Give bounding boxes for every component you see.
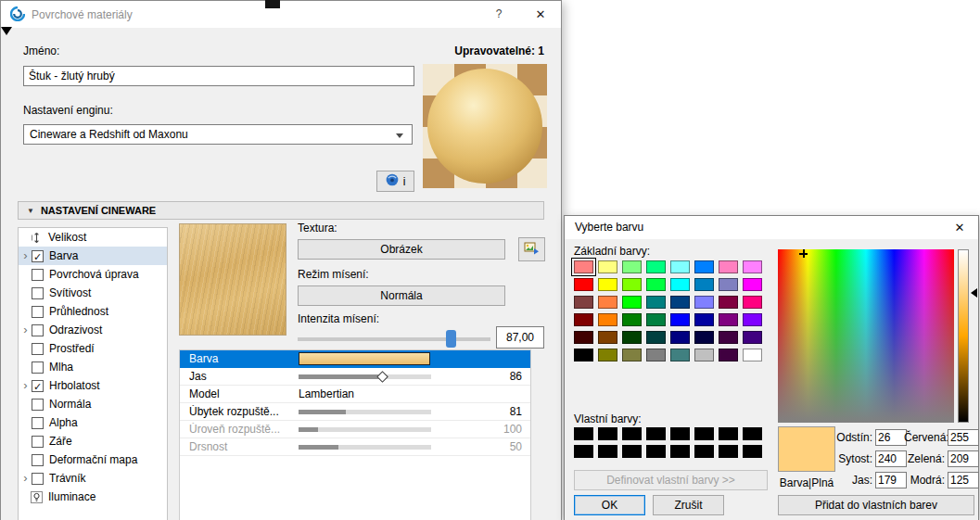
basic-color-swatch[interactable] (646, 296, 666, 309)
custom-color-swatch[interactable] (622, 445, 642, 458)
basic-color-swatch[interactable] (574, 260, 593, 273)
custom-color-swatch[interactable] (598, 427, 617, 440)
checkbox-barva[interactable]: ✓ (32, 250, 44, 262)
ok-button[interactable]: OK (574, 495, 645, 515)
basic-color-swatch[interactable] (574, 331, 593, 344)
custom-color-swatch[interactable] (598, 445, 617, 458)
basic-color-swatch[interactable] (743, 349, 762, 361)
close-button[interactable]: ✕ (520, 1, 561, 28)
basic-color-swatch[interactable] (719, 278, 738, 291)
checkbox-prostředí[interactable] (32, 343, 44, 355)
basic-color-swatch[interactable] (598, 313, 617, 326)
basic-color-swatch[interactable] (694, 349, 714, 361)
basic-color-swatch[interactable] (743, 296, 762, 309)
title-bar[interactable]: Povrchové materiály ? ✕ (1, 1, 561, 28)
custom-color-swatch[interactable] (670, 427, 690, 440)
basic-color-swatch[interactable] (670, 260, 690, 273)
property-row-úbytek-rozpuště[interactable]: Úbytek rozpuště...81 (180, 403, 530, 421)
checkbox-mlha[interactable] (32, 361, 44, 374)
checkbox-záře[interactable] (32, 436, 44, 448)
basic-color-swatch[interactable] (670, 349, 690, 361)
rgb-modrá-input[interactable] (948, 472, 979, 488)
basic-color-swatch[interactable] (743, 260, 762, 273)
hsl-odstín-input[interactable] (875, 429, 907, 446)
tree-item-svítivost[interactable]: Svítivost (19, 284, 167, 302)
basic-color-swatch[interactable] (670, 296, 690, 309)
basic-color-swatch[interactable] (574, 349, 593, 361)
basic-color-swatch[interactable] (743, 278, 762, 291)
basic-color-swatch[interactable] (694, 331, 714, 344)
custom-color-swatch[interactable] (694, 427, 714, 440)
tree-item-prostředí[interactable]: Prostředí (19, 339, 167, 358)
slider-handle-icon[interactable] (376, 371, 388, 383)
engine-select[interactable]: Cineware a Redshift od Maxonu (23, 124, 413, 145)
cancel-button[interactable]: Zrušit (653, 495, 724, 515)
tree-item-odrazivost[interactable]: ›Odrazivost (19, 321, 167, 339)
basic-color-swatch[interactable] (694, 296, 714, 309)
tree-item-hrbolatost[interactable]: ›✓Hrbolatost (19, 376, 167, 395)
basic-color-swatch[interactable] (622, 331, 642, 344)
basic-color-swatch[interactable] (622, 296, 642, 309)
blend-mode-button[interactable]: Normála (298, 285, 505, 306)
tree-item-mlha[interactable]: Mlha (19, 358, 167, 376)
checkbox-trávník[interactable] (32, 473, 44, 485)
basic-color-swatch[interactable] (598, 260, 617, 273)
basic-color-swatch[interactable] (743, 313, 762, 326)
basic-color-swatch[interactable] (670, 313, 690, 326)
basic-color-swatch[interactable] (670, 278, 690, 291)
tree-item-normála[interactable]: Normála (19, 395, 167, 413)
intensity-value-field[interactable]: 87,00 (496, 326, 544, 349)
custom-color-swatch[interactable] (646, 445, 666, 458)
custom-color-swatch[interactable] (574, 445, 593, 458)
basic-color-swatch[interactable] (574, 313, 593, 326)
custom-color-swatch[interactable] (622, 427, 642, 440)
basic-color-swatch[interactable] (646, 313, 666, 326)
cineware-info-button[interactable]: i (376, 171, 414, 192)
basic-color-swatch[interactable] (719, 260, 738, 273)
expand-chevron-icon[interactable]: › (20, 470, 31, 487)
color-dialog-title-bar[interactable]: Vyberte barvu ✕ (565, 216, 978, 239)
slider-track[interactable] (299, 445, 431, 450)
rgb-červená-input[interactable] (948, 429, 979, 446)
property-row-model[interactable]: ModelLambertian (180, 386, 530, 403)
color-value-swatch[interactable] (299, 352, 430, 365)
basic-color-swatch[interactable] (622, 313, 642, 326)
intensity-slider[interactable] (298, 329, 490, 349)
basic-color-swatch[interactable] (598, 296, 617, 309)
tree-item-trávník[interactable]: ›Trávník (19, 469, 167, 488)
material-preview[interactable] (423, 64, 547, 188)
property-row-drsnost[interactable]: Drsnost50 (180, 438, 530, 456)
custom-color-swatch[interactable] (670, 445, 690, 458)
expand-chevron-icon[interactable]: › (20, 247, 31, 264)
custom-color-swatch[interactable] (694, 445, 714, 458)
basic-color-swatch[interactable] (694, 278, 714, 291)
basic-color-swatch[interactable] (598, 349, 617, 361)
intensity-slider-handle[interactable] (446, 330, 456, 348)
checkbox-svítivost[interactable] (32, 287, 44, 299)
define-custom-colors-button[interactable]: Definovat vlastní barvy >> (574, 470, 768, 490)
tree-item-velikost[interactable]: Velikost (19, 228, 167, 247)
basic-color-swatch[interactable] (598, 278, 617, 291)
tree-item-průhlednost[interactable]: Průhlednost (19, 302, 167, 321)
checkbox-hrbolatost[interactable]: ✓ (32, 380, 44, 392)
slider-track[interactable] (299, 374, 431, 379)
basic-color-swatch[interactable] (622, 260, 642, 273)
custom-color-swatch[interactable] (719, 427, 738, 440)
tree-item-alpha[interactable]: Alpha (19, 413, 167, 432)
material-name-input[interactable] (23, 66, 414, 86)
basic-color-swatch[interactable] (719, 331, 738, 344)
custom-color-swatch[interactable] (743, 445, 762, 458)
basic-color-swatch[interactable] (622, 278, 642, 291)
checkbox-povrchová-úprava[interactable] (32, 269, 44, 281)
basic-color-swatch[interactable] (574, 296, 593, 309)
basic-color-swatch[interactable] (719, 313, 738, 326)
tree-item-záře[interactable]: Záře (19, 432, 167, 450)
property-row-barva[interactable]: Barva (180, 350, 530, 368)
tree-item-iluminace[interactable]: Iluminace (19, 488, 167, 506)
basic-color-swatch[interactable] (598, 331, 617, 344)
checkbox-deformační-mapa[interactable] (32, 454, 44, 466)
basic-color-swatch[interactable] (574, 278, 593, 291)
slider-track[interactable] (299, 410, 431, 414)
basic-color-swatch[interactable] (719, 349, 738, 361)
hsl-sytost-input[interactable] (875, 450, 907, 467)
